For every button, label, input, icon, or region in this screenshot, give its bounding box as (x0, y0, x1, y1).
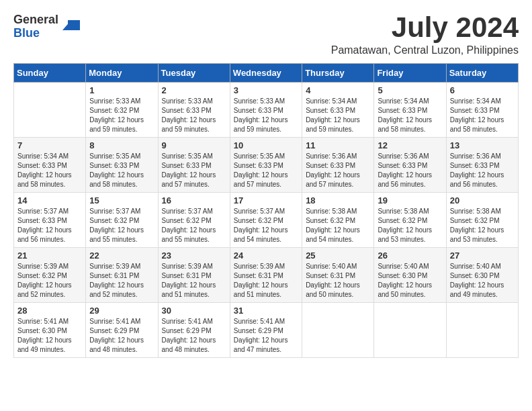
day-info: Sunrise: 5:33 AM Sunset: 6:33 PM Dayligh… (162, 97, 226, 134)
calendar-cell: 12Sunrise: 5:36 AM Sunset: 6:33 PM Dayli… (374, 138, 446, 193)
day-info: Sunrise: 5:33 AM Sunset: 6:33 PM Dayligh… (234, 97, 298, 134)
day-info: Sunrise: 5:35 AM Sunset: 6:33 PM Dayligh… (234, 152, 298, 189)
calendar-week-row: 14Sunrise: 5:37 AM Sunset: 6:33 PM Dayli… (14, 193, 519, 248)
day-number: 28 (17, 306, 82, 316)
svg-marker-1 (62, 20, 71, 30)
day-info: Sunrise: 5:41 AM Sunset: 6:30 PM Dayligh… (17, 317, 82, 355)
logo-blue-text: Blue (13, 27, 58, 40)
calendar-cell: 23Sunrise: 5:39 AM Sunset: 6:31 PM Dayli… (158, 248, 230, 303)
weekday-header-thursday: Thursday (302, 64, 374, 83)
calendar-cell (302, 303, 374, 358)
day-info: Sunrise: 5:40 AM Sunset: 6:30 PM Dayligh… (378, 262, 442, 300)
weekday-header-wednesday: Wednesday (230, 64, 302, 83)
calendar-cell: 11Sunrise: 5:36 AM Sunset: 6:33 PM Dayli… (302, 138, 374, 193)
day-number: 9 (162, 140, 226, 150)
calendar-week-row: 21Sunrise: 5:39 AM Sunset: 6:32 PM Dayli… (14, 248, 519, 303)
day-info: Sunrise: 5:38 AM Sunset: 6:32 PM Dayligh… (450, 207, 515, 244)
day-info: Sunrise: 5:36 AM Sunset: 6:33 PM Dayligh… (450, 152, 515, 189)
day-number: 18 (306, 195, 370, 205)
day-info: Sunrise: 5:36 AM Sunset: 6:33 PM Dayligh… (378, 152, 442, 189)
calendar-cell (374, 303, 446, 358)
day-info: Sunrise: 5:34 AM Sunset: 6:33 PM Dayligh… (450, 97, 515, 134)
calendar-week-row: 1Sunrise: 5:33 AM Sunset: 6:32 PM Daylig… (14, 83, 519, 138)
day-number: 19 (378, 195, 442, 205)
day-number: 27 (450, 250, 515, 261)
day-info: Sunrise: 5:39 AM Sunset: 6:31 PM Dayligh… (89, 262, 154, 300)
calendar-cell: 2Sunrise: 5:33 AM Sunset: 6:33 PM Daylig… (158, 83, 230, 138)
calendar-cell: 14Sunrise: 5:37 AM Sunset: 6:33 PM Dayli… (14, 193, 86, 248)
day-number: 10 (234, 140, 298, 150)
day-info: Sunrise: 5:34 AM Sunset: 6:33 PM Dayligh… (378, 97, 442, 134)
calendar-cell: 30Sunrise: 5:41 AM Sunset: 6:29 PM Dayli… (158, 303, 230, 358)
day-number: 2 (162, 85, 226, 95)
calendar-cell: 27Sunrise: 5:40 AM Sunset: 6:30 PM Dayli… (446, 248, 518, 303)
day-number: 29 (89, 306, 154, 316)
calendar-cell: 29Sunrise: 5:41 AM Sunset: 6:29 PM Dayli… (86, 303, 158, 358)
day-number: 4 (306, 85, 370, 95)
day-info: Sunrise: 5:38 AM Sunset: 6:32 PM Dayligh… (378, 207, 442, 244)
day-number: 20 (450, 195, 515, 205)
weekday-header-tuesday: Tuesday (158, 64, 230, 83)
calendar-cell: 10Sunrise: 5:35 AM Sunset: 6:33 PM Dayli… (230, 138, 302, 193)
calendar-week-row: 7Sunrise: 5:34 AM Sunset: 6:33 PM Daylig… (14, 138, 519, 193)
day-info: Sunrise: 5:37 AM Sunset: 6:32 PM Dayligh… (89, 207, 154, 244)
calendar-cell: 6Sunrise: 5:34 AM Sunset: 6:33 PM Daylig… (446, 83, 518, 138)
day-info: Sunrise: 5:33 AM Sunset: 6:32 PM Dayligh… (89, 97, 154, 134)
header: General Blue July 2024 Pamatawan, Centra… (13, 13, 519, 56)
day-info: Sunrise: 5:39 AM Sunset: 6:31 PM Dayligh… (162, 262, 226, 300)
day-info: Sunrise: 5:39 AM Sunset: 6:32 PM Dayligh… (17, 262, 82, 300)
day-info: Sunrise: 5:38 AM Sunset: 6:32 PM Dayligh… (306, 207, 370, 244)
day-number: 7 (17, 140, 82, 150)
day-info: Sunrise: 5:39 AM Sunset: 6:31 PM Dayligh… (234, 262, 298, 300)
day-number: 21 (17, 250, 82, 261)
day-number: 12 (378, 140, 442, 150)
calendar-cell: 1Sunrise: 5:33 AM Sunset: 6:32 PM Daylig… (86, 83, 158, 138)
calendar-cell: 7Sunrise: 5:34 AM Sunset: 6:33 PM Daylig… (14, 138, 86, 193)
day-number: 13 (450, 140, 515, 150)
day-number: 15 (89, 195, 154, 205)
calendar-table: SundayMondayTuesdayWednesdayThursdayFrid… (13, 63, 519, 358)
day-number: 1 (89, 85, 154, 95)
calendar-cell: 16Sunrise: 5:37 AM Sunset: 6:32 PM Dayli… (158, 193, 230, 248)
day-number: 16 (162, 195, 226, 205)
day-number: 5 (378, 85, 442, 95)
day-number: 22 (89, 250, 154, 261)
day-number: 6 (450, 85, 515, 95)
weekday-header-friday: Friday (374, 64, 446, 83)
day-number: 23 (162, 250, 226, 261)
day-number: 11 (306, 140, 370, 150)
day-number: 14 (17, 195, 82, 205)
weekday-header-sunday: Sunday (14, 64, 86, 83)
title-section: July 2024 Pamatawan, Central Luzon, Phil… (331, 13, 519, 56)
day-info: Sunrise: 5:34 AM Sunset: 6:33 PM Dayligh… (306, 97, 370, 134)
day-info: Sunrise: 5:37 AM Sunset: 6:32 PM Dayligh… (162, 207, 226, 244)
day-number: 25 (306, 250, 370, 261)
day-number: 24 (234, 250, 298, 261)
location-title: Pamatawan, Central Luzon, Philippines (331, 44, 519, 56)
day-info: Sunrise: 5:37 AM Sunset: 6:33 PM Dayligh… (17, 207, 82, 244)
day-info: Sunrise: 5:40 AM Sunset: 6:31 PM Dayligh… (306, 262, 370, 300)
calendar-cell: 15Sunrise: 5:37 AM Sunset: 6:32 PM Dayli… (86, 193, 158, 248)
calendar-cell (14, 83, 86, 138)
calendar-cell: 21Sunrise: 5:39 AM Sunset: 6:32 PM Dayli… (14, 248, 86, 303)
day-number: 8 (89, 140, 154, 150)
calendar-cell: 8Sunrise: 5:35 AM Sunset: 6:33 PM Daylig… (86, 138, 158, 193)
day-info: Sunrise: 5:35 AM Sunset: 6:33 PM Dayligh… (89, 152, 154, 189)
calendar-cell: 5Sunrise: 5:34 AM Sunset: 6:33 PM Daylig… (374, 83, 446, 138)
month-title: July 2024 (331, 13, 519, 42)
day-number: 26 (378, 250, 442, 261)
calendar-cell: 22Sunrise: 5:39 AM Sunset: 6:31 PM Dayli… (86, 248, 158, 303)
calendar-cell: 25Sunrise: 5:40 AM Sunset: 6:31 PM Dayli… (302, 248, 374, 303)
calendar-cell: 4Sunrise: 5:34 AM Sunset: 6:33 PM Daylig… (302, 83, 374, 138)
calendar-cell: 19Sunrise: 5:38 AM Sunset: 6:32 PM Dayli… (374, 193, 446, 248)
calendar-cell (446, 303, 518, 358)
calendar-cell: 3Sunrise: 5:33 AM Sunset: 6:33 PM Daylig… (230, 83, 302, 138)
day-info: Sunrise: 5:41 AM Sunset: 6:29 PM Dayligh… (234, 317, 298, 355)
day-info: Sunrise: 5:41 AM Sunset: 6:29 PM Dayligh… (162, 317, 226, 355)
calendar-cell: 20Sunrise: 5:38 AM Sunset: 6:32 PM Dayli… (446, 193, 518, 248)
calendar-cell: 24Sunrise: 5:39 AM Sunset: 6:31 PM Dayli… (230, 248, 302, 303)
calendar-cell: 13Sunrise: 5:36 AM Sunset: 6:33 PM Dayli… (446, 138, 518, 193)
weekday-header-saturday: Saturday (446, 64, 518, 83)
calendar-cell: 31Sunrise: 5:41 AM Sunset: 6:29 PM Dayli… (230, 303, 302, 358)
calendar-cell: 9Sunrise: 5:35 AM Sunset: 6:33 PM Daylig… (158, 138, 230, 193)
